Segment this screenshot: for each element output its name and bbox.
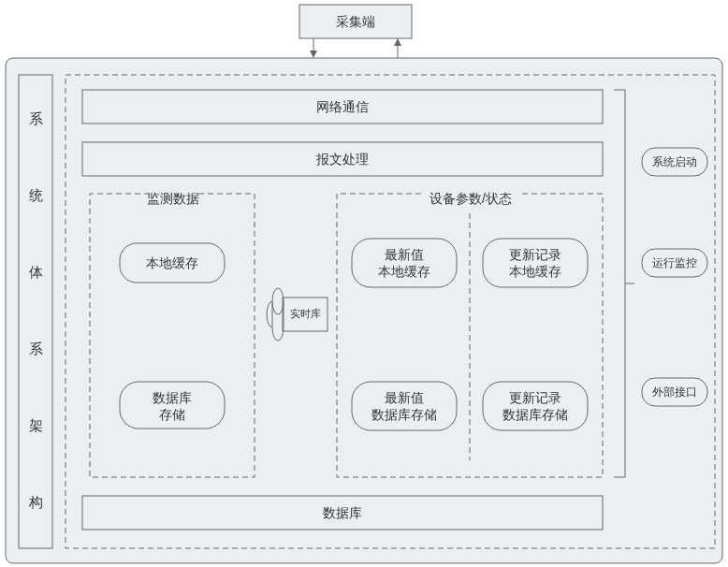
device-latest-db-l1: 最新值 (385, 390, 424, 405)
left-label-box (19, 75, 52, 548)
system-startup-label: 系统启动 (652, 155, 697, 168)
monitor-db-storage-l1: 数据库 (153, 390, 192, 405)
left-char-3: 系 (29, 341, 43, 356)
runtime-monitor-label: 运行监控 (652, 256, 697, 269)
left-char-0: 系 (29, 110, 43, 126)
device-update-db-l2: 数据库存储 (502, 407, 568, 422)
architecture-diagram: 采集端 系 统 体 系 架 构 网络通信 报文处理 监测数据 本地缓存 数据库 … (0, 0, 728, 567)
outer-container (6, 58, 722, 563)
left-char-5: 构 (28, 494, 43, 510)
network-label: 网络通信 (316, 99, 369, 114)
left-char-1: 统 (29, 187, 43, 203)
collector-label: 采集端 (336, 14, 375, 29)
arrow-up-head (394, 38, 401, 46)
device-update-db-l1: 更新记录 (509, 390, 561, 405)
device-group-label: 设备参数/状态 (430, 191, 512, 206)
left-char-2: 体 (29, 264, 43, 280)
device-latest-db-l2: 数据库存储 (371, 407, 437, 422)
arrow-down-head (310, 51, 317, 58)
monitor-group-label: 监测数据 (147, 191, 199, 206)
device-latest-cache-l1: 最新值 (385, 247, 424, 262)
device-update-cache-l1: 更新记录 (509, 247, 561, 262)
left-char-4: 架 (29, 417, 43, 433)
svg-point-0 (272, 288, 284, 314)
cylinder-label: 实时库 (290, 308, 321, 319)
external-interface-label: 外部接口 (652, 385, 697, 399)
message-label: 报文处理 (315, 152, 369, 167)
monitor-local-cache-label: 本地缓存 (146, 255, 198, 270)
database-label: 数据库 (323, 505, 362, 520)
monitor-db-storage-l2: 存储 (159, 407, 185, 422)
device-latest-cache-l2: 本地缓存 (378, 264, 430, 279)
device-update-cache-l2: 本地缓存 (509, 264, 561, 279)
